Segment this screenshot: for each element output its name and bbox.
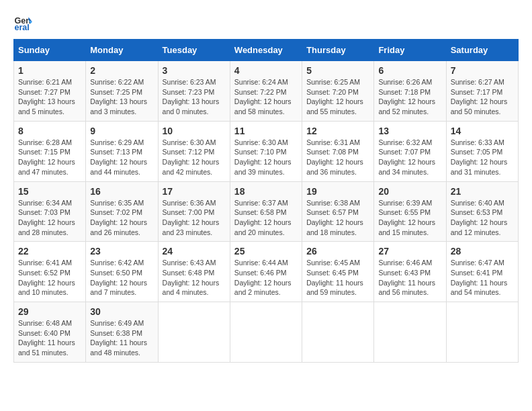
- calendar-cell: 20 Sunrise: 6:39 AMSunset: 6:55 PMDaylig…: [374, 181, 446, 242]
- day-detail: Sunrise: 6:41 AMSunset: 6:52 PMDaylight:…: [18, 258, 81, 298]
- day-detail: Sunrise: 6:32 AMSunset: 7:07 PMDaylight:…: [378, 138, 441, 177]
- calendar-week-row: 1 Sunrise: 6:21 AMSunset: 7:27 PMDayligh…: [14, 61, 519, 122]
- day-number: 23: [90, 246, 153, 257]
- day-detail: Sunrise: 6:44 AMSunset: 6:46 PMDaylight:…: [234, 258, 298, 298]
- day-detail: Sunrise: 6:47 AMSunset: 6:41 PMDaylight:…: [451, 258, 514, 298]
- day-detail: Sunrise: 6:43 AMSunset: 6:48 PMDaylight:…: [163, 258, 226, 298]
- calendar-cell: [446, 302, 518, 363]
- calendar-cell: 8 Sunrise: 6:28 AMSunset: 7:15 PMDayligh…: [14, 121, 86, 181]
- day-number: 27: [378, 246, 441, 257]
- day-number: 16: [90, 186, 153, 197]
- calendar-cell: 5 Sunrise: 6:25 AMSunset: 7:20 PMDayligh…: [302, 61, 374, 122]
- day-number: 13: [378, 126, 441, 136]
- calendar-cell: 26 Sunrise: 6:45 AMSunset: 6:45 PMDaylig…: [302, 242, 374, 302]
- header-monday: Monday: [86, 40, 158, 61]
- day-number: 3: [163, 65, 226, 76]
- calendar-table: SundayMondayTuesdayWednesdayThursdayFrid…: [13, 39, 519, 363]
- day-detail: Sunrise: 6:48 AMSunset: 6:40 PMDaylight:…: [18, 318, 81, 358]
- calendar-cell: 29 Sunrise: 6:48 AMSunset: 6:40 PMDaylig…: [14, 302, 86, 363]
- calendar-cell: 13 Sunrise: 6:32 AMSunset: 7:07 PMDaylig…: [374, 121, 446, 181]
- day-number: 7: [451, 65, 514, 76]
- day-number: 20: [378, 186, 441, 197]
- day-detail: Sunrise: 6:36 AMSunset: 7:00 PMDaylight:…: [163, 198, 226, 238]
- day-number: 9: [90, 126, 153, 136]
- day-detail: Sunrise: 6:22 AMSunset: 7:25 PMDaylight:…: [90, 77, 153, 117]
- calendar-cell: 18 Sunrise: 6:37 AMSunset: 6:58 PMDaylig…: [230, 181, 302, 242]
- day-detail: Sunrise: 6:35 AMSunset: 7:02 PMDaylight:…: [90, 198, 153, 238]
- calendar-week-row: 29 Sunrise: 6:48 AMSunset: 6:40 PMDaylig…: [14, 302, 519, 363]
- day-detail: Sunrise: 6:37 AMSunset: 6:58 PMDaylight:…: [234, 198, 298, 238]
- calendar-cell: 28 Sunrise: 6:47 AMSunset: 6:41 PMDaylig…: [446, 242, 518, 302]
- calendar-week-row: 8 Sunrise: 6:28 AMSunset: 7:15 PMDayligh…: [14, 121, 519, 181]
- day-detail: Sunrise: 6:38 AMSunset: 6:57 PMDaylight:…: [306, 198, 369, 238]
- calendar-cell: 25 Sunrise: 6:44 AMSunset: 6:46 PMDaylig…: [230, 242, 302, 302]
- calendar-week-row: 22 Sunrise: 6:41 AMSunset: 6:52 PMDaylig…: [14, 242, 519, 302]
- calendar-cell: 15 Sunrise: 6:34 AMSunset: 7:03 PMDaylig…: [14, 181, 86, 242]
- day-number: 28: [451, 246, 514, 257]
- day-number: 6: [378, 65, 441, 76]
- day-detail: Sunrise: 6:28 AMSunset: 7:15 PMDaylight:…: [18, 138, 81, 177]
- day-detail: Sunrise: 6:29 AMSunset: 7:13 PMDaylight:…: [90, 138, 153, 177]
- calendar-cell: 19 Sunrise: 6:38 AMSunset: 6:57 PMDaylig…: [302, 181, 374, 242]
- day-detail: Sunrise: 6:40 AMSunset: 6:53 PMDaylight:…: [451, 198, 514, 238]
- day-number: 5: [306, 65, 369, 76]
- day-detail: Sunrise: 6:46 AMSunset: 6:43 PMDaylight:…: [378, 258, 441, 298]
- calendar-cell: 3 Sunrise: 6:23 AMSunset: 7:23 PMDayligh…: [158, 61, 230, 122]
- day-number: 11: [234, 126, 298, 136]
- day-number: 1: [18, 65, 81, 76]
- header-tuesday: Tuesday: [158, 40, 230, 61]
- day-number: 18: [234, 186, 298, 197]
- day-number: 30: [90, 306, 153, 317]
- day-number: 19: [306, 186, 369, 197]
- calendar-cell: 21 Sunrise: 6:40 AMSunset: 6:53 PMDaylig…: [446, 181, 518, 242]
- header: Gen eral: [13, 13, 519, 32]
- header-sunday: Sunday: [14, 40, 86, 61]
- day-detail: Sunrise: 6:42 AMSunset: 6:50 PMDaylight:…: [90, 258, 153, 298]
- calendar-cell: 17 Sunrise: 6:36 AMSunset: 7:00 PMDaylig…: [158, 181, 230, 242]
- calendar-header-row: SundayMondayTuesdayWednesdayThursdayFrid…: [14, 40, 519, 61]
- calendar-cell: 6 Sunrise: 6:26 AMSunset: 7:18 PMDayligh…: [374, 61, 446, 122]
- calendar-cell: 9 Sunrise: 6:29 AMSunset: 7:13 PMDayligh…: [86, 121, 158, 181]
- calendar-cell: 12 Sunrise: 6:31 AMSunset: 7:08 PMDaylig…: [302, 121, 374, 181]
- calendar-cell: 16 Sunrise: 6:35 AMSunset: 7:02 PMDaylig…: [86, 181, 158, 242]
- calendar-cell: 7 Sunrise: 6:27 AMSunset: 7:17 PMDayligh…: [446, 61, 518, 122]
- calendar-cell: 22 Sunrise: 6:41 AMSunset: 6:52 PMDaylig…: [14, 242, 86, 302]
- day-number: 8: [18, 126, 81, 136]
- day-detail: Sunrise: 6:27 AMSunset: 7:17 PMDaylight:…: [451, 77, 514, 117]
- day-number: 17: [163, 186, 226, 197]
- day-detail: Sunrise: 6:30 AMSunset: 7:12 PMDaylight:…: [163, 138, 226, 177]
- header-wednesday: Wednesday: [230, 40, 302, 61]
- calendar-cell: 11 Sunrise: 6:30 AMSunset: 7:10 PMDaylig…: [230, 121, 302, 181]
- header-friday: Friday: [374, 40, 446, 61]
- day-number: 14: [451, 126, 514, 136]
- calendar-cell: 27 Sunrise: 6:46 AMSunset: 6:43 PMDaylig…: [374, 242, 446, 302]
- calendar-cell: 24 Sunrise: 6:43 AMSunset: 6:48 PMDaylig…: [158, 242, 230, 302]
- day-detail: Sunrise: 6:33 AMSunset: 7:05 PMDaylight:…: [451, 138, 514, 177]
- day-number: 29: [18, 306, 81, 317]
- day-detail: Sunrise: 6:21 AMSunset: 7:27 PMDaylight:…: [18, 77, 81, 117]
- day-detail: Sunrise: 6:30 AMSunset: 7:10 PMDaylight:…: [234, 138, 298, 177]
- day-detail: Sunrise: 6:26 AMSunset: 7:18 PMDaylight:…: [378, 77, 441, 117]
- day-detail: Sunrise: 6:23 AMSunset: 7:23 PMDaylight:…: [163, 77, 226, 117]
- day-number: 12: [306, 126, 369, 136]
- day-detail: Sunrise: 6:34 AMSunset: 7:03 PMDaylight:…: [18, 198, 81, 238]
- logo-icon: Gen eral: [13, 13, 32, 32]
- day-number: 24: [163, 246, 226, 257]
- header-thursday: Thursday: [302, 40, 374, 61]
- calendar-cell: 23 Sunrise: 6:42 AMSunset: 6:50 PMDaylig…: [86, 242, 158, 302]
- day-number: 21: [451, 186, 514, 197]
- calendar-cell: [230, 302, 302, 363]
- calendar-cell: 14 Sunrise: 6:33 AMSunset: 7:05 PMDaylig…: [446, 121, 518, 181]
- calendar-cell: 30 Sunrise: 6:49 AMSunset: 6:38 PMDaylig…: [86, 302, 158, 363]
- day-number: 4: [234, 65, 298, 76]
- header-saturday: Saturday: [446, 40, 518, 61]
- calendar-week-row: 15 Sunrise: 6:34 AMSunset: 7:03 PMDaylig…: [14, 181, 519, 242]
- day-number: 26: [306, 246, 369, 257]
- calendar-cell: [374, 302, 446, 363]
- day-detail: Sunrise: 6:49 AMSunset: 6:38 PMDaylight:…: [90, 318, 153, 358]
- calendar-cell: 1 Sunrise: 6:21 AMSunset: 7:27 PMDayligh…: [14, 61, 86, 122]
- day-number: 10: [163, 126, 226, 136]
- day-number: 22: [18, 246, 81, 257]
- day-detail: Sunrise: 6:24 AMSunset: 7:22 PMDaylight:…: [234, 77, 298, 117]
- day-number: 15: [18, 186, 81, 197]
